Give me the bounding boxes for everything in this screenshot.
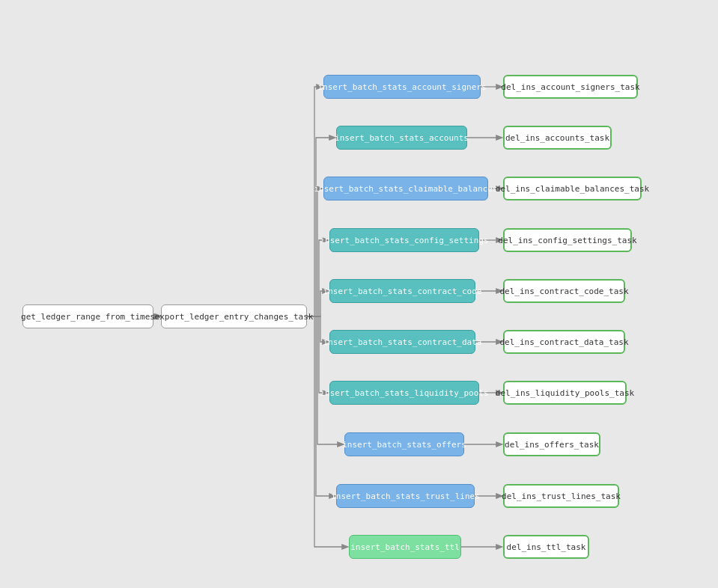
node-ins-contract-data[interactable]: insert_batch_stats_contract_data xyxy=(329,330,475,354)
node-export-ledger[interactable]: export_ledger_entry_changes_task xyxy=(161,304,307,328)
diagram-container: get_ledger_range_from_times export_ledge… xyxy=(0,0,718,588)
node-ins-contract-code[interactable]: insert_batch_stats_contract_code xyxy=(329,279,475,303)
node-del-contract-code[interactable]: del_ins_contract_code_task xyxy=(503,279,625,303)
node-ins-liquidity[interactable]: insert_batch_stats_liquidity_pools xyxy=(329,381,479,405)
node-ins-trust[interactable]: insert_batch_stats_trust_lines xyxy=(336,484,475,508)
node-del-liquidity[interactable]: del_ins_liquidity_pools_task xyxy=(503,381,627,405)
node-ins-account-signers[interactable]: insert_batch_stats_account_signers xyxy=(323,75,481,99)
node-ins-accounts[interactable]: insert_batch_stats_accounts xyxy=(336,126,467,150)
node-ins-config[interactable]: insert_batch_stats_config_settings xyxy=(329,228,479,252)
node-del-trust[interactable]: del_ins_trust_lines_task xyxy=(503,484,619,508)
node-del-ttl[interactable]: del_ins_ttl_task xyxy=(503,535,589,559)
node-del-accounts[interactable]: del_ins_accounts_task xyxy=(503,126,612,150)
node-del-config[interactable]: del_ins_config_settings_task xyxy=(503,228,632,252)
node-del-contract-data[interactable]: del_ins_contract_data_task xyxy=(503,330,625,354)
node-del-claimable[interactable]: del_ins_claimable_balances_task xyxy=(503,177,642,200)
node-ins-ttl[interactable]: insert_batch_stats_ttl xyxy=(349,535,461,559)
node-ins-claimable[interactable]: insert_batch_stats_claimable_balances xyxy=(323,177,488,200)
node-get-ledger[interactable]: get_ledger_range_from_times xyxy=(22,304,153,328)
node-del-account-signers[interactable]: del_ins_account_signers_task xyxy=(503,75,638,99)
node-del-offers[interactable]: del_ins_offers_task xyxy=(503,432,600,456)
node-ins-offers[interactable]: insert_batch_stats_offers xyxy=(344,432,464,456)
